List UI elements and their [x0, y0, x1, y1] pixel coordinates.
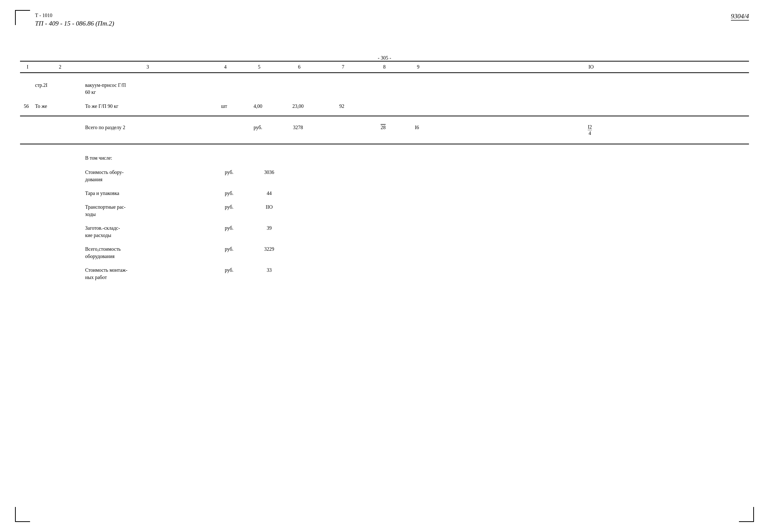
row2-col6: 23,00	[278, 103, 320, 110]
item-label: Транспортные рас-ходы	[85, 203, 210, 218]
col-header-5: 5	[240, 64, 278, 70]
item-unit: руб.	[210, 190, 248, 197]
item-value: 33	[248, 267, 290, 274]
col-header-4: 4	[210, 64, 240, 70]
row3-col9: I6	[403, 124, 433, 131]
item-label: Всего,стоимостьоборудования	[85, 245, 210, 260]
row2-col3: То же Г/П 90 кг	[85, 103, 210, 110]
table-row-total: Всего по разделу 2 руб. 3278 28 I6 I2 4	[20, 119, 749, 141]
corner-bracket-br	[739, 507, 754, 522]
col-header-7: 7	[320, 64, 365, 70]
list-item: Заготов.-складс-кие расходы руб. 39	[20, 220, 749, 241]
row3-col10-fraction: I2 4	[588, 124, 592, 136]
item-label: Стоимость обору-дования	[85, 169, 210, 183]
doc-number: 9304/4	[731, 13, 749, 21]
list-item: Тара и упаковка руб. 44	[20, 185, 749, 199]
doc-title-top: Т - 1010	[35, 13, 739, 18]
section-divider	[20, 116, 749, 116]
row2-col1: 56	[20, 103, 35, 110]
item-unit: руб.	[210, 245, 248, 253]
item-value: 3036	[248, 169, 290, 176]
item-label: Стоимость монтаж-ных работ	[85, 267, 210, 281]
row2-col7: 92	[320, 103, 365, 110]
row1-col3: вакуум-прнсос Г/П60 кг	[85, 82, 210, 96]
row1-col2: стр.2I	[35, 82, 85, 89]
col-header-2: 2	[35, 64, 85, 70]
item-value: 3229	[248, 245, 290, 253]
main-table-area: - 305 - I 2 3 4 5 6 7 8 9 IO стр.2I ваку…	[20, 53, 749, 283]
column-headers: I 2 3 4 5 6 7 8 9 IO	[20, 62, 749, 73]
fraction-numerator: I2	[588, 124, 592, 130]
list-item: Стоимость монтаж-ных работ руб. 33	[20, 262, 749, 283]
table-body: стр.2I вакуум-прнсос Г/П60 кг 56 То же Т…	[20, 73, 749, 283]
col-header-6: 6	[278, 64, 320, 70]
subsection-title-row: В том числе:	[20, 147, 749, 164]
row3-col6: 3278	[278, 124, 320, 131]
item-unit: руб.	[210, 224, 248, 232]
corner-bracket-bl	[15, 507, 30, 522]
header-area: Т - 1010 ТП - 409 - 15 - 086.86 (Пт.2)	[35, 13, 739, 27]
row3-col8: 28	[365, 124, 403, 131]
list-item: Стоимость обору-дования руб. 3036	[20, 164, 749, 185]
subsection: В том числе: Стоимость обору-дования руб…	[20, 147, 749, 283]
row2-col5: 4,00	[240, 103, 278, 110]
col-header-9: 9	[403, 64, 433, 70]
row2-col4: шт	[210, 103, 240, 110]
col-header-3: 3	[85, 64, 210, 70]
item-label: Тара и упаковка	[85, 190, 210, 197]
section-divider-2	[20, 144, 749, 144]
item-unit: руб.	[210, 203, 248, 211]
table-row: 56 То же То же Г/П 90 кг шт 4,00 23,00 9…	[20, 99, 749, 113]
item-value: 44	[248, 190, 290, 197]
item-unit: руб.	[210, 169, 248, 176]
col-header-8: 8	[365, 64, 403, 70]
corner-bracket-tl	[15, 10, 30, 25]
col-header-1: I	[20, 64, 35, 70]
item-label: Заготов.-складс-кие расходы	[85, 224, 210, 239]
subsection-title: В том числе:	[85, 154, 210, 162]
list-item: Всего,стоимостьоборудования руб. 3229	[20, 241, 749, 262]
col-header-10: IO	[433, 64, 749, 70]
row3-col5: руб.	[240, 124, 278, 131]
item-unit: руб.	[210, 267, 248, 274]
item-value: IIO	[248, 203, 290, 211]
row3-col3: Всего по разделу 2	[85, 124, 210, 131]
fraction-denominator: 4	[589, 130, 591, 136]
item-value: 39	[248, 224, 290, 232]
row3-col8-value: 28	[380, 125, 386, 130]
row2-col2: То же	[35, 103, 85, 110]
doc-title-main: ТП - 409 - 15 - 086.86 (Пт.2)	[35, 20, 739, 27]
page-number: - 305 -	[20, 55, 749, 61]
list-item: Транспортные рас-ходы руб. IIO	[20, 199, 749, 220]
table-row: стр.2I вакуум-прнсос Г/П60 кг	[20, 78, 749, 99]
row3-col10: I2 4	[433, 124, 749, 136]
